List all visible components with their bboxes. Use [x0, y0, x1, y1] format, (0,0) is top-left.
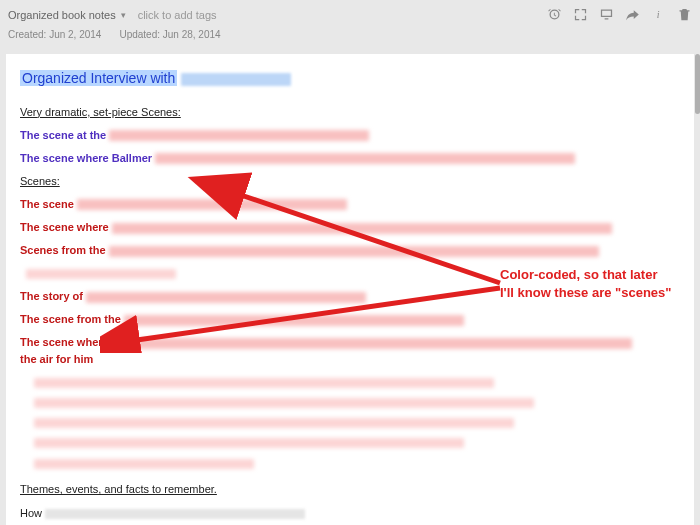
plain-line: How: [20, 505, 680, 522]
redacted-text: [155, 153, 575, 164]
header-top-row: Organized book notes ▾ click to add tags…: [8, 5, 692, 25]
section-heading-scenes: Scenes:: [20, 173, 680, 190]
notebook-name: Organized book notes: [8, 9, 116, 21]
redacted-text: [86, 292, 366, 303]
trash-button[interactable]: [674, 4, 694, 24]
share-icon: [625, 7, 640, 22]
redacted-text: [112, 223, 612, 234]
scene-line: The scene where Ballmer: [20, 150, 680, 167]
redacted-text: [77, 199, 347, 210]
created-meta: Created: Jun 2, 2014: [8, 29, 101, 40]
scene-line: The scene where: [20, 219, 680, 236]
scene-line: The scene at the: [20, 127, 680, 144]
alarm-icon: [547, 7, 562, 22]
section-heading-dramatic: Very dramatic, set-piece Scenes:: [20, 104, 680, 121]
scene-line: The story of: [20, 288, 680, 305]
scrollbar-thumb[interactable]: [695, 54, 700, 114]
note-toolbar: i: [544, 4, 694, 24]
scene-line: The scene from the: [20, 311, 680, 328]
redacted-text: [109, 130, 369, 141]
scene-line: The scene where the air for him: [20, 334, 680, 368]
redacted-text: [109, 246, 599, 257]
content-area: Organized Interview with Very dramatic, …: [0, 48, 700, 525]
redacted-name: [181, 73, 291, 86]
screen-button[interactable]: [596, 4, 616, 24]
redacted-paragraph: [34, 374, 680, 471]
add-tags-prompt[interactable]: click to add tags: [138, 9, 217, 21]
scene-line: The scene: [20, 196, 680, 213]
monitor-icon: [599, 7, 614, 22]
redacted-text: [26, 269, 176, 279]
notebook-selector[interactable]: Organized book notes ▾: [8, 9, 126, 21]
note-title: Organized Interview with: [20, 68, 680, 90]
note-metadata: Created: Jun 2, 2014 Updated: Jun 28, 20…: [8, 29, 692, 40]
redacted-text: [112, 338, 632, 349]
redacted-text: [45, 509, 305, 519]
updated-meta: Updated: Jun 28, 2014: [119, 29, 220, 40]
trash-icon: [677, 7, 692, 22]
section-heading-themes: Themes, events, and facts to remember.: [20, 481, 680, 498]
share-button[interactable]: [622, 4, 642, 24]
info-icon: i: [651, 7, 666, 22]
reminder-button[interactable]: [544, 4, 564, 24]
info-button[interactable]: i: [648, 4, 668, 24]
svg-text:i: i: [656, 9, 659, 20]
note-body[interactable]: Organized Interview with Very dramatic, …: [6, 54, 694, 525]
expand-icon: [573, 7, 588, 22]
chevron-down-icon: ▾: [121, 10, 126, 20]
scene-line: Scenes from the: [20, 242, 680, 259]
note-header: Organized book notes ▾ click to add tags…: [0, 0, 700, 48]
present-button[interactable]: [570, 4, 590, 24]
redacted-text: [124, 315, 464, 326]
